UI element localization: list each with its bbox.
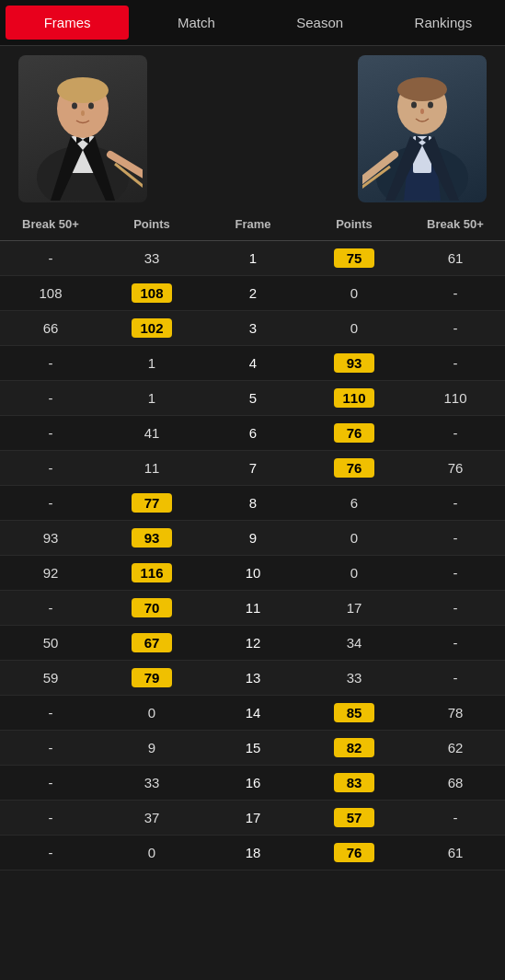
right-break-cell: -: [405, 565, 505, 581]
table-row: 10810820-: [0, 276, 505, 311]
svg-point-8: [72, 102, 77, 109]
table-row: -1493-: [0, 346, 505, 381]
left-points-cell: 33: [101, 775, 202, 790]
right-break-cell: -: [405, 670, 505, 686]
frame-cell: 8: [202, 495, 304, 511]
frame-cell: 2: [202, 285, 304, 301]
right-points-cell: 33: [304, 670, 405, 686]
frame-cell: 13: [202, 670, 304, 686]
right-break-cell: -: [405, 425, 505, 441]
left-break-cell: 93: [0, 530, 101, 546]
right-points-cell: 75: [304, 248, 405, 268]
right-points-cell: 76: [304, 843, 405, 862]
right-break-cell: -: [405, 355, 505, 371]
left-break-cell: -: [0, 845, 101, 860]
left-points-cell: 37: [101, 810, 202, 825]
right-break-cell: 61: [405, 845, 505, 860]
left-points-cell: 1: [101, 355, 202, 371]
table-row: -701117-: [0, 591, 505, 626]
left-break-cell: -: [0, 425, 101, 441]
right-break-cell: -: [405, 810, 505, 825]
right-break-cell: -: [405, 285, 505, 301]
svg-point-9: [88, 102, 94, 109]
table-row: -41676-: [0, 416, 505, 451]
left-break-cell: -: [0, 355, 101, 371]
right-points-cell: 83: [304, 773, 405, 792]
left-break-cell: 66: [0, 320, 101, 336]
frame-cell: 16: [202, 775, 304, 790]
left-break-cell: -: [0, 705, 101, 721]
left-player-photo: [18, 55, 147, 202]
left-points-cell: 108: [101, 283, 202, 303]
header-right-points: Points: [304, 217, 405, 231]
frame-cell: 17: [202, 810, 304, 825]
right-points-cell: 76: [304, 458, 405, 478]
left-break-cell: -: [0, 460, 101, 476]
left-points-cell: 41: [101, 425, 202, 441]
left-break-cell: -: [0, 810, 101, 825]
svg-point-23: [428, 101, 433, 108]
frame-cell: 10: [202, 565, 304, 581]
frame-cell: 7: [202, 460, 304, 476]
tab-match[interactable]: Match: [134, 0, 258, 45]
right-points-cell: 85: [304, 703, 405, 722]
header-frame: Frame: [202, 217, 304, 231]
right-points-cell: 0: [304, 565, 405, 581]
frame-cell: 18: [202, 845, 304, 860]
frame-cell: 4: [202, 355, 304, 371]
left-break-cell: -: [0, 390, 101, 406]
table-row: 50671234-: [0, 626, 505, 661]
table-row: 92116100-: [0, 556, 505, 591]
table-row: -371757-: [0, 801, 505, 836]
left-break-cell: 50: [0, 635, 101, 651]
left-break-cell: 92: [0, 565, 101, 581]
header-right-break: Break 50+: [405, 217, 505, 231]
right-break-cell: 78: [405, 705, 505, 721]
right-break-cell: 62: [405, 740, 505, 755]
left-break-cell: 108: [0, 285, 101, 301]
svg-point-24: [420, 109, 424, 114]
frame-cell: 3: [202, 320, 304, 336]
table-row: -3317561: [0, 241, 505, 276]
svg-point-21: [397, 77, 447, 101]
frame-cell: 9: [202, 530, 304, 546]
tab-season[interactable]: Season: [258, 0, 382, 45]
right-points-cell: 82: [304, 738, 405, 757]
header-left-points: Points: [101, 217, 202, 231]
svg-point-10: [81, 110, 85, 116]
right-break-cell: 68: [405, 775, 505, 790]
right-points-cell: 76: [304, 423, 405, 443]
right-points-cell: 17: [304, 600, 405, 616]
right-break-cell: 110: [405, 390, 505, 406]
players-row: [0, 46, 505, 202]
table-row: -0187661: [0, 836, 505, 870]
right-points-cell: 57: [304, 808, 405, 827]
left-points-cell: 11: [101, 460, 202, 476]
frame-cell: 12: [202, 635, 304, 651]
right-points-cell: 6: [304, 495, 405, 511]
table-row: 59791333-: [0, 661, 505, 696]
left-points-cell: 79: [101, 668, 202, 687]
right-break-cell: 76: [405, 460, 505, 476]
right-points-cell: 34: [304, 635, 405, 651]
left-break-cell: -: [0, 740, 101, 755]
svg-point-22: [411, 101, 417, 108]
table-body: -331756110810820-6610230--1493--15110110…: [0, 241, 505, 870]
right-points-cell: 0: [304, 285, 405, 301]
right-player-photo: [358, 55, 487, 202]
right-player-svg: [362, 58, 482, 201]
right-break-cell: 61: [405, 250, 505, 266]
right-break-cell: -: [405, 495, 505, 511]
left-points-cell: 77: [101, 493, 202, 513]
right-break-cell: -: [405, 530, 505, 546]
svg-point-7: [57, 77, 109, 103]
left-points-cell: 93: [101, 528, 202, 548]
table-header: Break 50+ Points Frame Points Break 50+: [0, 208, 505, 241]
table-row: -0148578: [0, 696, 505, 731]
right-break-cell: -: [405, 635, 505, 651]
frame-cell: 14: [202, 705, 304, 721]
left-break-cell: -: [0, 600, 101, 616]
left-points-cell: 116: [101, 563, 202, 582]
tab-rankings[interactable]: Rankings: [382, 0, 505, 45]
tab-frames[interactable]: Frames: [6, 6, 129, 40]
